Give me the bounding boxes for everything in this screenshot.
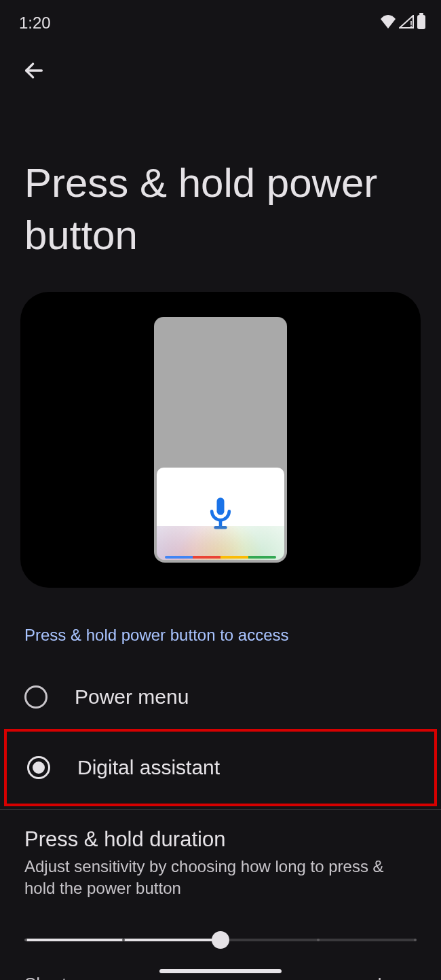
svg-rect-1: [419, 13, 423, 15]
slider-max-label: Long: [377, 974, 417, 980]
back-button[interactable]: [19, 56, 49, 86]
radio-list: Power menu Digital assistant: [0, 645, 441, 806]
wifi-icon: [380, 14, 396, 33]
radio-option-digital-assistant[interactable]: Digital assistant: [4, 729, 437, 806]
svg-rect-2: [417, 15, 425, 29]
arrow-left-icon: [22, 59, 45, 82]
home-indicator[interactable]: [159, 969, 282, 973]
signal-icon: !: [399, 14, 414, 33]
page-title: Press & hold power button: [0, 86, 441, 262]
phone-illustration: [154, 317, 287, 563]
status-bar: 1:20 !: [0, 0, 441, 37]
duration-title: Press & hold duration: [24, 827, 417, 852]
radio-label: Power menu: [75, 685, 189, 709]
svg-rect-4: [217, 497, 225, 515]
battery-icon: [417, 13, 426, 33]
status-icons: !: [380, 13, 426, 33]
radio-option-power-menu[interactable]: Power menu: [0, 665, 441, 729]
slider-thumb[interactable]: [212, 931, 229, 949]
svg-text:!: !: [410, 20, 413, 29]
duration-section: Press & hold duration Adjust sensitivity…: [0, 810, 441, 980]
radio-label: Digital assistant: [77, 756, 220, 779]
duration-description: Adjust sensitivity by choosing how long …: [24, 852, 417, 900]
illustration-card: [20, 292, 421, 588]
clock: 1:20: [19, 14, 51, 33]
duration-slider[interactable]: [26, 932, 415, 948]
slider-min-label: Short: [24, 974, 66, 980]
radio-icon: [27, 756, 50, 779]
section-label: Press & hold power button to access: [0, 588, 441, 645]
radio-icon: [24, 685, 47, 709]
